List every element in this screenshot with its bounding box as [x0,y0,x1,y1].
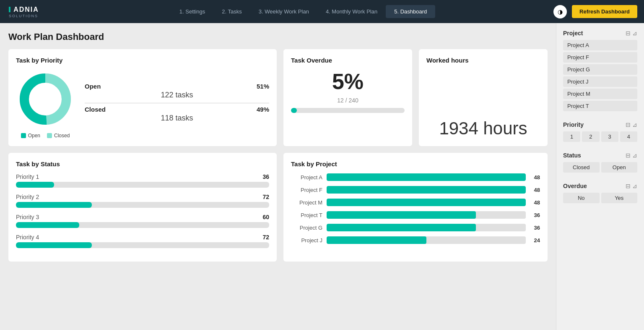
closed-stat-row: Closed 49% 118 tasks [85,106,269,123]
overdue-filter-icon[interactable]: ⊟ [626,183,631,189]
sidebar-overdue-title: Overdue [563,183,587,189]
priority-card-title: Task by Priority [16,57,269,64]
logo-top: ⫿ ADNIA [8,5,39,14]
priority-btn-3[interactable]: 3 [601,131,618,142]
overdue-progress-bar [291,108,405,113]
overdue-buttons: No Yes [563,193,637,203]
logo-area: ⫿ ADNIA SOLUTIONS [7,5,40,18]
status-bar-fill-2 [16,222,79,228]
priority-stats: Open 51% 122 tasks Closed 49% 118 tasks [85,83,269,126]
status-row-1: Priority 2 72 [16,194,269,208]
bottom-row: Task by Status Priority 1 36 Priority 2 … [8,153,548,262]
header-right: ◑ Refresh Dashboard [553,5,637,18]
logo-icon: ⫿ [8,5,12,14]
priority-btn-4[interactable]: 4 [620,131,637,142]
sidebar-overdue-section: Overdue ⊟ ⊿ No Yes [563,183,637,203]
sidebar-project-item-2[interactable]: Project G [563,64,637,75]
project-filter-icon[interactable]: ⊟ [626,30,631,37]
status-row-val-0: 36 [262,173,269,180]
sidebar-project-item-4[interactable]: Project M [563,89,637,99]
sidebar-project-item-3[interactable]: Project J [563,76,637,87]
project-row-5: Project J 24 [291,236,540,244]
status-bar-fill-0 [16,182,54,188]
sidebar-project-item-1[interactable]: Project F [563,52,637,63]
logo-sub: SOLUTIONS [9,14,38,18]
open-tasks: 122 tasks [85,91,269,100]
header: ⫿ ADNIA SOLUTIONS 1. Settings 2. Tasks 3… [0,0,644,23]
project-name-4: Project G [291,225,322,231]
project-val-0: 48 [530,174,540,181]
legend-open-dot [21,133,26,138]
task-status-card: Task by Status Priority 1 36 Priority 2 … [8,153,277,262]
sidebar-project-section: Project ⊟ ⊿ Project AProject FProject GP… [563,30,637,111]
project-val-1: 48 [530,187,540,193]
project-sidebar-items: Project AProject FProject GProject JProj… [563,40,637,111]
project-val-4: 36 [530,225,540,231]
priority-sort-icon[interactable]: ⊿ [632,121,637,128]
project-name-5: Project J [291,237,322,244]
sidebar-project-header: Project ⊟ ⊿ [563,30,637,37]
overdue-fraction: 12 / 240 [291,97,405,104]
status-filter-icon[interactable]: ⊟ [626,152,631,159]
project-bar-fill-5 [327,236,426,244]
status-btn-open[interactable]: Open [601,162,638,173]
priority-buttons: 1 2 3 4 [563,131,637,142]
overdue-bar-fill [291,108,297,113]
top-row: Task by Priority [8,49,548,146]
status-bar-bg-1 [16,202,269,208]
sidebar-project-item-0[interactable]: Project A [563,40,637,50]
status-buttons: Closed Open [563,162,637,173]
sidebar-project-title: Project [563,30,583,37]
priority-filter-icon[interactable]: ⊟ [626,121,631,128]
project-val-5: 24 [530,237,540,244]
open-label: Open [85,83,101,90]
status-row-val-3: 72 [262,234,269,241]
nav-item-settings[interactable]: 1. Settings [171,5,213,18]
sidebar-project-item-5[interactable]: Project T [563,101,637,111]
project-bar-fill-4 [327,224,476,231]
status-btn-closed[interactable]: Closed [563,162,600,173]
donut-area: Open Closed [16,70,75,139]
theme-toggle-button[interactable]: ◑ [553,5,567,18]
project-bar-bg-1 [327,186,526,194]
open-pct: 51% [257,83,269,90]
nav-item-dashboard[interactable]: 5. Dashboard [386,5,435,18]
project-bar-fill-0 [327,173,526,181]
overdue-sort-icon[interactable]: ⊿ [632,183,637,189]
project-sort-icon[interactable]: ⊿ [632,30,637,37]
project-name-0: Project A [291,174,322,181]
project-bar-bg-4 [327,224,526,231]
nav-item-tasks[interactable]: 2. Tasks [213,5,250,18]
closed-label: Closed [85,106,106,113]
project-bar-bg-5 [327,236,526,244]
project-bar-fill-1 [327,186,526,194]
status-row-label-3: Priority 4 [16,234,39,241]
status-bar-fill-3 [16,242,92,248]
overdue-btn-no[interactable]: No [563,193,600,203]
overdue-btn-yes[interactable]: Yes [601,193,638,203]
legend-closed: Closed [47,133,70,139]
nav-item-monthly[interactable]: 4. Monthly Work Plan [317,5,386,18]
sidebar-priority-section: Priority ⊟ ⊿ 1 2 3 4 [563,121,637,142]
overdue-card-title: Task Overdue [291,57,405,64]
project-row-2: Project M 48 [291,199,540,206]
status-sort-icon[interactable]: ⊿ [632,152,637,159]
project-name-1: Project F [291,187,322,193]
donut-legend: Open Closed [16,133,75,139]
priority-btn-1[interactable]: 1 [563,131,580,142]
status-row-val-2: 60 [262,214,269,220]
status-row-3: Priority 4 72 [16,234,269,248]
sidebar-project-icons: ⊟ ⊿ [626,30,637,37]
priority-btn-2[interactable]: 2 [582,131,599,142]
worked-hours-card: Worked hours 1934 hours [419,49,548,146]
nav-item-weekly[interactable]: 3. Weekly Work Plan [250,5,317,18]
donut-chart [16,70,75,128]
project-name-2: Project M [291,199,322,206]
project-name-3: Project T [291,212,322,218]
closed-pct: 49% [257,106,269,113]
sidebar-status-title: Status [563,152,581,159]
overdue-pct: 5% [291,70,405,94]
project-bar-fill-3 [327,211,476,219]
refresh-dashboard-button[interactable]: Refresh Dashboard [572,5,637,18]
legend-closed-label: Closed [54,133,70,139]
